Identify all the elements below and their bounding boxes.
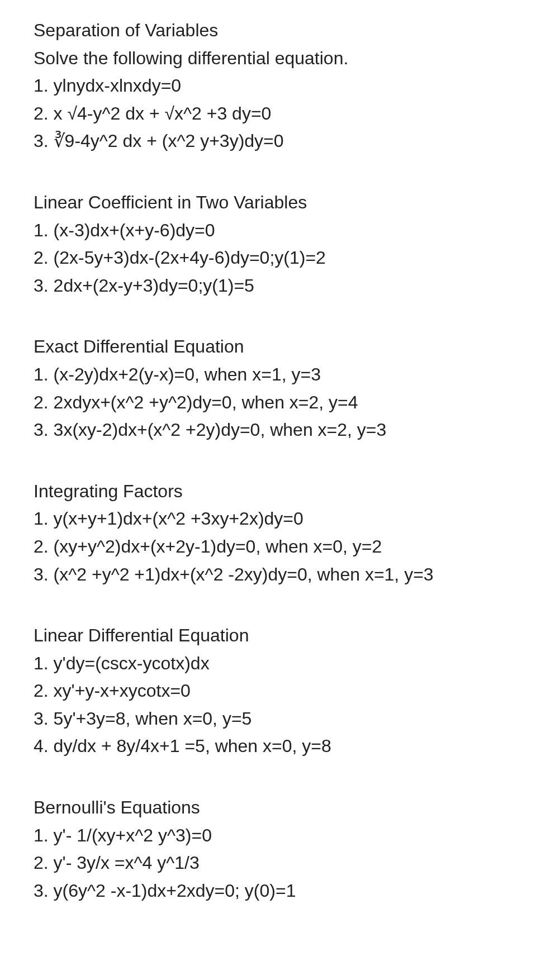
section-heading: Integrating Factors xyxy=(34,478,526,506)
problem-item: 2. y'- 3y/x =x^4 y^1/3 xyxy=(34,849,526,877)
problem-item: 1. (x-2y)dx+2(y-x)=0, when x=1, y=3 xyxy=(34,361,526,389)
section: Bernoulli's Equations1. y'- 1/(xy+x^2 y^… xyxy=(34,794,526,905)
section: Linear Differential Equation1. y'dy=(csc… xyxy=(34,622,526,760)
problem-item: 2. (2x-5y+3)dx-(2x+4y-6)dy=0;y(1)=2 xyxy=(34,244,526,272)
problem-item: 3. (x^2 +y^2 +1)dx+(x^2 -2xy)dy=0, when … xyxy=(34,561,526,589)
problem-item: 2. x √4-y^2 dx + √x^2 +3 dy=0 xyxy=(34,100,526,128)
problem-item: 2. 2xdyx+(x^2 +y^2)dy=0, when x=2, y=4 xyxy=(34,389,526,417)
section: Exact Differential Equation1. (x-2y)dx+2… xyxy=(34,333,526,444)
problem-item: 4. dy/dx + 8y/4x+1 =5, when x=0, y=8 xyxy=(34,732,526,760)
problem-item: 3. 3x(xy-2)dx+(x^2 +2y)dy=0, when x=2, y… xyxy=(34,416,526,444)
section: Integrating Factors1. y(x+y+1)dx+(x^2 +3… xyxy=(34,478,526,588)
problem-item: 1. ylnydx-xlnxdy=0 xyxy=(34,72,526,100)
problem-item: 1. y(x+y+1)dx+(x^2 +3xy+2x)dy=0 xyxy=(34,505,526,533)
section-subtext: Solve the following differential equatio… xyxy=(34,45,526,73)
section-heading: Exact Differential Equation xyxy=(34,333,526,361)
problem-item: 3. y(6y^2 -x-1)dx+2xdy=0; y(0)=1 xyxy=(34,877,526,905)
section: Linear Coefficient in Two Variables1. (x… xyxy=(34,189,526,299)
problem-item: 1. y'dy=(cscx-ycotx)dx xyxy=(34,650,526,678)
section-heading: Separation of Variables xyxy=(34,17,526,45)
problem-item: 2. (xy+y^2)dx+(x+2y-1)dy=0, when x=0, y=… xyxy=(34,533,526,561)
section: Separation of VariablesSolve the followi… xyxy=(34,17,526,155)
problem-item: 1. (x-3)dx+(x+y-6)dy=0 xyxy=(34,217,526,245)
problem-item: 3. 5y'+3y=8, when x=0, y=5 xyxy=(34,705,526,733)
problem-item: 2. xy'+y-x+xycotx=0 xyxy=(34,677,526,705)
section-heading: Linear Differential Equation xyxy=(34,622,526,650)
document-content: Separation of VariablesSolve the followi… xyxy=(34,17,526,905)
problem-item: 3. 2dx+(2x-y+3)dy=0;y(1)=5 xyxy=(34,272,526,300)
section-heading: Linear Coefficient in Two Variables xyxy=(34,189,526,217)
problem-item: 1. y'- 1/(xy+x^2 y^3)=0 xyxy=(34,822,526,850)
problem-item: 3. ∛9-4y^2 dx + (x^2 y+3y)dy=0 xyxy=(34,127,526,155)
section-heading: Bernoulli's Equations xyxy=(34,794,526,822)
